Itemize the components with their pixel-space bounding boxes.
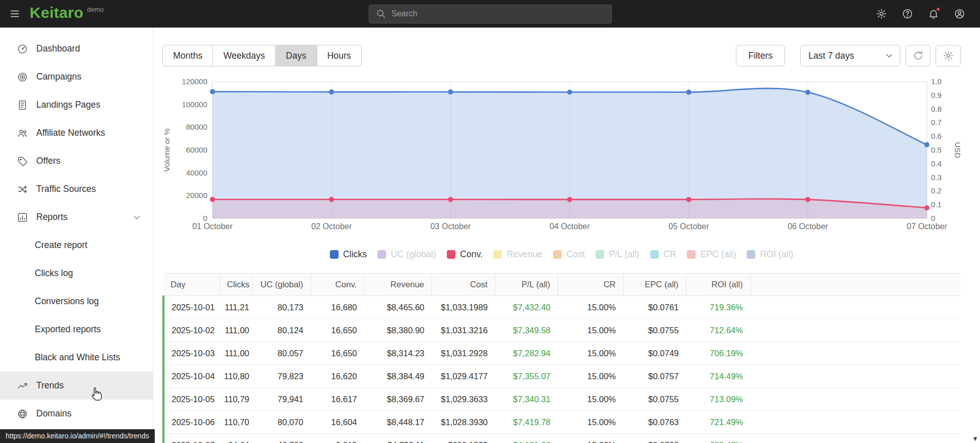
cell-revenue: $4,732.11 (364, 434, 432, 443)
settings-button[interactable] (872, 5, 891, 23)
legend-item-roi-all[interactable]: ROI (all) (747, 249, 793, 260)
legend-item-cost[interactable]: Cost (553, 249, 585, 260)
legend-swatch (330, 250, 339, 259)
cell-conv: 16,604 (310, 411, 364, 434)
legend-item-revenue[interactable]: Revenue (493, 249, 542, 260)
trends-icon (16, 380, 29, 391)
search-icon (375, 8, 387, 19)
chevron-down-icon (131, 212, 142, 223)
table-row: 2025-10-01111,2180,17316,680$8,465.60$1,… (163, 296, 961, 319)
scrollbar-down-arrow[interactable]: ▼ (972, 435, 978, 442)
sidebar-item-label: Domains (36, 408, 71, 419)
sidebar-item-traffic-sources[interactable]: Traffic Sources (0, 175, 153, 203)
cell-conv: 16,620 (310, 365, 364, 388)
sidebar-item-label: Traffic Sources (36, 184, 96, 194)
account-button[interactable] (950, 5, 969, 23)
tab-months[interactable]: Months (162, 45, 213, 66)
sidebar-item-landings-pages[interactable]: Landings Pages (0, 91, 153, 119)
svg-text:06 October: 06 October (787, 222, 828, 231)
table-row: 2025-10-03111,0080,05716,650$8,314.23$1,… (163, 342, 961, 365)
chart-settings-button[interactable] (936, 45, 961, 66)
topbar-actions (872, 5, 980, 23)
topbar: Keitaro demo (0, 0, 980, 28)
cell-filler (750, 434, 961, 443)
col-header-cost: Cost (432, 274, 495, 296)
cell-conv: 9,315 (310, 434, 364, 443)
svg-text:20000: 20000 (186, 191, 207, 200)
legend-item-p-l-all[interactable]: P/L (all) (595, 249, 639, 260)
legend-item-cr[interactable]: CR (650, 249, 676, 260)
sidebar-item-label: Trends (36, 380, 64, 391)
tab-weekdays[interactable]: Weekdays (213, 45, 275, 66)
cell-roi: 719.36% (686, 296, 750, 319)
col-header-roi-all: ROI (all) (686, 274, 750, 296)
dashboard-icon (16, 43, 29, 55)
filters-button[interactable]: Filters (736, 45, 785, 66)
sidebar-subitem-conversions-log[interactable]: Conversions log (0, 287, 153, 315)
notifications-button[interactable] (924, 5, 943, 23)
cell-epc: $0.0755 (623, 388, 686, 411)
cell-roi: 713.09% (686, 388, 750, 411)
sidebar-subitem-exported-reports[interactable]: Exported reports (0, 315, 153, 343)
cell-day: 2025-10-06 (163, 411, 220, 434)
gear-icon (876, 8, 887, 19)
cell-cr: 15.00% (558, 319, 623, 342)
cell-cost: $1,029.4177 (432, 365, 495, 388)
cell-cost: $1,031.3216 (432, 319, 495, 342)
sidebar-item-reports[interactable]: Reports (0, 203, 153, 231)
table-row: 2025-10-0764,6446,7029,315$4,732.11$600.… (163, 434, 961, 443)
legend-swatch (650, 250, 659, 259)
brand[interactable]: Keitaro demo (30, 0, 104, 28)
sidebar-subitem-clicks-log[interactable]: Clicks log (0, 259, 153, 287)
search-input[interactable] (392, 9, 605, 18)
menu-button[interactable] (0, 0, 30, 28)
cell-revenue: $8,384.49 (364, 365, 432, 388)
col-header-conv: Conv. (310, 274, 364, 296)
refresh-button[interactable] (905, 45, 930, 66)
table-row: 2025-10-02111,0080,12416,650$8,380.90$1,… (163, 319, 961, 342)
sidebar-item-domains[interactable]: Domains (0, 400, 153, 428)
affiliate-networks-icon (16, 128, 29, 139)
tab-days[interactable]: Days (276, 45, 317, 66)
date-range-select[interactable]: Last 7 days (800, 45, 900, 66)
sidebar-item-dashboard[interactable]: Dashboard (0, 35, 153, 63)
sidebar: DashboardCampaignsLandings PagesAffiliat… (0, 28, 153, 443)
legend-item-uc-global[interactable]: UC (global) (377, 249, 436, 260)
trends-table-wrap: DayClicksUC (global)Conv.RevenueCostP/L … (162, 273, 961, 443)
svg-text:0.5: 0.5 (931, 145, 942, 154)
sidebar-item-affiliate-networks[interactable]: Affiliate Networks (0, 119, 153, 147)
cell-roi: 714.49% (686, 365, 750, 388)
sidebar-item-offers[interactable]: Offers (0, 147, 153, 175)
svg-text:0.4: 0.4 (931, 159, 942, 168)
cell-epc: $0.0761 (623, 296, 686, 319)
tab-hours[interactable]: Hours (317, 45, 362, 66)
sidebar-subitem-create-report[interactable]: Create report (0, 231, 153, 259)
legend-swatch (687, 250, 696, 259)
col-header-cr: CR (558, 274, 623, 296)
svg-text:0.9: 0.9 (931, 91, 942, 100)
cell-day: 2025-10-02 (163, 319, 220, 342)
table-row: 2025-10-05110,7979,94116,617$8,369.67$1,… (163, 388, 961, 411)
global-search[interactable] (369, 5, 612, 23)
sidebar-item-trends[interactable]: Trends (0, 372, 153, 400)
legend-item-epc-all[interactable]: EPC (all) (687, 249, 736, 260)
cell-pl: $7,432.40 (495, 296, 558, 319)
cell-day: 2025-10-05 (163, 388, 220, 411)
sidebar-item-label: Dashboard (36, 43, 80, 54)
reports-icon (16, 212, 29, 223)
legend-swatch (747, 250, 755, 259)
legend-item-clicks[interactable]: Clicks (330, 249, 367, 260)
legend-label: EPC (all) (700, 249, 736, 260)
svg-text:40000: 40000 (186, 168, 207, 177)
legend-item-conv[interactable]: Conv. (447, 249, 483, 260)
legend-label: P/L (all) (609, 249, 639, 260)
help-icon (902, 8, 913, 19)
sidebar-item-campaigns[interactable]: Campaigns (0, 63, 153, 91)
help-button[interactable] (898, 5, 917, 23)
cell-cost: $1,029.3633 (432, 388, 495, 411)
sidebar-item-label: Affiliate Networks (36, 128, 105, 138)
sidebar-subitem-black-and-white-lists[interactable]: Black and White Lists (0, 343, 153, 372)
svg-text:04 October: 04 October (549, 222, 590, 231)
app-logo: Keitaro (30, 5, 83, 20)
legend-label: ROI (all) (760, 249, 793, 260)
